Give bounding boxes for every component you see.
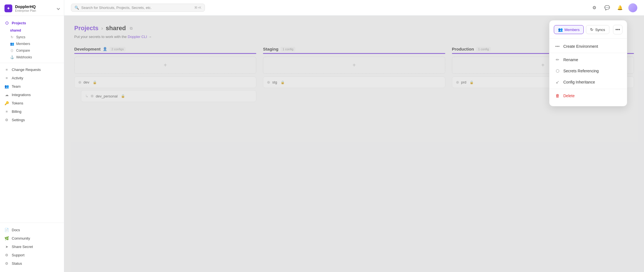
env-add-card-staging[interactable]: + (263, 57, 445, 74)
env-person-icon-development: 👤 (103, 47, 107, 51)
env-title-development: Development (74, 47, 100, 51)
environment-staging: Staging 1 config + stg 🔒 (263, 47, 445, 104)
topbar: 🔍 Search for Shortcuts, Projects, Secret… (64, 0, 644, 16)
doppler-cli-link[interactable]: Doppler CLI (128, 35, 147, 39)
env-add-card-development[interactable]: + (74, 57, 256, 74)
rename-icon: ✏ (555, 57, 560, 62)
menu-item-rename[interactable]: ✏ Rename (549, 54, 627, 65)
projects-icon: ⬡ (4, 21, 9, 25)
menu-item-rename-label: Rename (563, 58, 578, 62)
sidebar-item-change-requests[interactable]: ≡ Change Requests (0, 65, 64, 74)
env-add-icon-production: + (541, 62, 545, 68)
share-secret-icon: ➤ (4, 244, 9, 249)
sidebar-item-integrations-label: Integrations (12, 93, 31, 97)
sidebar-item-activity[interactable]: ≡ Activity (0, 74, 64, 82)
sidebar-item-compare[interactable]: ⟨⟩ Compare (0, 47, 64, 54)
popup-more-button[interactable]: ••• (613, 25, 623, 34)
tab-syncs-button[interactable]: ↻ Syncs (586, 25, 609, 34)
breadcrumb-projects[interactable]: Projects (74, 25, 99, 32)
config-lock-dev-personal: 🔒 (121, 94, 125, 98)
sidebar-item-team[interactable]: 👥 Team (0, 82, 64, 90)
avatar[interactable] (628, 3, 637, 12)
config-item-dev[interactable]: dev 🔒 (74, 77, 256, 88)
popup-menu-items: ••• Create Environment ✏ Rename ⬡ Secret… (549, 39, 627, 103)
sidebar-item-webhooks[interactable]: ⚓ Webhooks (0, 54, 64, 61)
popup-divider-1 (549, 53, 627, 53)
doppler-logo: ✦ (4, 4, 12, 12)
sidebar-item-community-label: Community (12, 236, 30, 240)
delete-icon: 🗑 (555, 93, 560, 98)
team-icon: 👥 (4, 84, 9, 89)
env-bar-development (74, 53, 256, 54)
sidebar-nav: ⬡ Projects shared ↻ Syncs 👥 Members ⟨⟩ C… (0, 16, 64, 223)
notifications-topbar-button[interactable]: 🔔 (616, 3, 624, 12)
syncs-tab-icon: ↻ (590, 27, 593, 32)
sidebar-item-billing-label: Billing (12, 109, 21, 114)
sidebar-item-projects-label: Projects (12, 21, 26, 25)
tokens-icon: 🔑 (4, 101, 9, 105)
sidebar-item-billing[interactable]: ≡ Billing (0, 107, 64, 116)
config-subitem-dev-personal[interactable]: ↳ dev_personal 🔒 (81, 90, 256, 102)
sidebar-item-members[interactable]: 👥 Members (0, 40, 64, 47)
sidebar-item-status[interactable]: ⚙ Status (0, 259, 64, 268)
menu-item-delete[interactable]: 🗑 Delete (549, 90, 627, 101)
config-name-dev-personal: dev_personal (96, 94, 118, 98)
sidebar-item-integrations[interactable]: ☁ Integrations (0, 90, 64, 99)
sidebar-item-docs[interactable]: 📄 Docs (0, 226, 64, 234)
env-title-production: Production (452, 47, 474, 51)
menu-item-delete-label: Delete (563, 94, 574, 98)
sidebar-item-change-requests-label: Change Requests (12, 68, 41, 72)
members-icon: 👥 (10, 42, 14, 46)
config-item-stg[interactable]: stg 🔒 (263, 77, 445, 88)
config-inheritance-icon: ↙ (555, 80, 560, 85)
sidebar-item-community[interactable]: 🌿 Community (0, 234, 64, 242)
syncs-icon: ↻ (10, 35, 14, 39)
workspace-plan: Enterprise Plan (15, 9, 53, 12)
secrets-referencing-icon: ⬡ (555, 68, 560, 73)
menu-item-create-environment[interactable]: ••• Create Environment (549, 41, 627, 52)
menu-item-config-inheritance[interactable]: ↙ Config Inheritance (549, 77, 627, 88)
integrations-icon: ☁ (4, 92, 9, 97)
config-dot-prd (456, 81, 459, 84)
billing-icon: ≡ (4, 109, 9, 114)
config-dot-stg (267, 81, 270, 84)
status-icon: ⚙ (4, 261, 9, 266)
settings-topbar-button[interactable]: ⚙ (590, 3, 599, 12)
sidebar-item-webhooks-label: Webhooks (16, 55, 32, 59)
environment-development: Development 👤 2 configs + dev 🔒 ↳ dev_pe… (74, 47, 256, 104)
sidebar: ✦ DopplerHQ Enterprise Plan ⬡ Projects s… (0, 0, 64, 272)
config-name-dev: dev (83, 80, 89, 84)
sidebar-item-shared[interactable]: shared (0, 27, 64, 34)
sidebar-item-support[interactable]: ⚙ Support (0, 251, 64, 259)
popup-divider-2 (549, 89, 627, 89)
workspace-name: DopplerHQ (15, 4, 53, 9)
env-add-icon-staging: + (353, 62, 356, 68)
sidebar-item-members-label: Members (16, 42, 30, 46)
workspace-dropdown-icon[interactable] (57, 7, 60, 10)
topbar-actions: ⚙ 💬 🔔 (590, 3, 637, 12)
sidebar-item-syncs[interactable]: ↻ Syncs (0, 34, 64, 40)
members-tab-icon: 👥 (558, 27, 563, 32)
sidebar-item-activity-label: Activity (12, 76, 23, 80)
community-icon: 🌿 (4, 236, 9, 240)
sidebar-item-share-secret[interactable]: ➤ Share Secret (0, 242, 64, 251)
config-name-prd: prd (461, 80, 466, 84)
menu-item-secrets-referencing[interactable]: ⬡ Secrets Referencing (549, 65, 627, 77)
chat-topbar-button[interactable]: 💬 (603, 3, 612, 12)
sidebar-item-projects[interactable]: ⬡ Projects (0, 19, 64, 27)
env-badge-production: 1 config (476, 47, 491, 51)
support-icon: ⚙ (4, 253, 9, 257)
config-dot-dev (78, 81, 81, 84)
search-bar[interactable]: 🔍 Search for Shortcuts, Projects, Secret… (71, 4, 205, 12)
sidebar-item-settings[interactable]: ⚙ Settings (0, 116, 64, 124)
sidebar-item-settings-label: Settings (12, 118, 25, 122)
workspace-info: DopplerHQ Enterprise Plan (15, 4, 53, 12)
sidebar-item-tokens[interactable]: 🔑 Tokens (0, 99, 64, 107)
copy-icon[interactable]: ⧉ (129, 25, 134, 31)
sidebar-item-shared-label: shared (10, 28, 21, 32)
sidebar-item-tokens-label: Tokens (12, 101, 23, 105)
tab-members-button[interactable]: 👥 Members (554, 25, 584, 34)
webhooks-icon: ⚓ (10, 55, 14, 59)
menu-item-config-inheritance-label: Config Inheritance (563, 80, 595, 84)
sub-arrow-icon: ↳ (85, 94, 88, 98)
